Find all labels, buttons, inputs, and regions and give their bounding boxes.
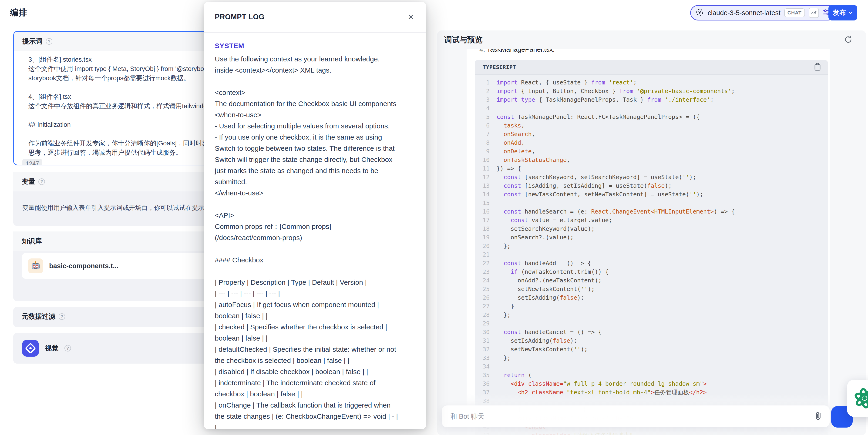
close-icon[interactable]: ✕ [408, 12, 414, 22]
modal-text-line: boolean | false | | [215, 310, 412, 321]
line-number: 36 [475, 379, 490, 388]
code-line: 31 setIsAdding(false); [475, 336, 828, 345]
code-line: 13 const [isAdding, setIsAdding] = useSt… [475, 181, 828, 190]
line-number: 28 [475, 311, 490, 319]
modal-text-line: Switch will trigger the state change dir… [215, 154, 412, 165]
line-number: 8 [475, 138, 490, 147]
modal-text-line: | onChange | The callback function that … [215, 400, 412, 411]
code-lines: 1import React, { useState } from 'react'… [475, 75, 828, 435]
modal-text-line: The documentation for the Checkbox basic… [215, 98, 412, 109]
variables-section-label: 变量 [22, 177, 35, 186]
metadata-section-label: 元数据过滤 [22, 312, 55, 321]
code-line: 24 onAdd?.(newTaskContent); [475, 276, 828, 285]
code-line: 18 setSearchKeyword(value); [475, 224, 828, 233]
chat-scroll-area[interactable]: 4. TaskManagePanel.tsx: TYPESCRIPT 1impo… [437, 49, 866, 435]
help-icon[interactable]: ? [59, 313, 65, 320]
modal-text-line: checkbox | boolean | false | | [215, 389, 412, 400]
code-line: 35 return ( [475, 371, 828, 379]
code-language-label: TYPESCRIPT [483, 64, 516, 70]
model-name: claude-3-5-sonnet-latest [708, 9, 780, 17]
line-number: 32 [475, 345, 490, 353]
header-divider [824, 8, 824, 18]
line-number: 6 [475, 121, 490, 130]
knowledge-item-name: basic-components.t... [49, 262, 119, 270]
code-line: 21 [475, 250, 828, 259]
modal-text-line: #### Checkbox [215, 254, 412, 266]
vision-icon [22, 340, 39, 356]
modal-body[interactable]: SYSTEM Use the following context as your… [204, 33, 426, 429]
modal-text-line: - If you use only one checkbox, it is th… [215, 132, 412, 143]
code-line: 36 <div className="w-full p-4 border rou… [475, 379, 828, 388]
assistant-logo-badge[interactable] [847, 380, 868, 417]
modal-text-line [215, 266, 412, 277]
token-count-badge: 1247 [22, 159, 42, 165]
publish-button[interactable]: 发布 [829, 5, 857, 21]
line-number: 22 [475, 259, 490, 268]
line-number: 16 [475, 207, 490, 216]
line-number: 4 [475, 104, 490, 113]
code-line: 30 const handleCancel = () => { [475, 328, 828, 336]
line-number: 17 [475, 216, 490, 224]
model-capability-icon[interactable] [809, 8, 819, 18]
help-icon[interactable]: ? [38, 179, 45, 185]
knowledge-section-label: 知识库 [22, 237, 42, 246]
code-line: 12 const [searchKeyword, setSearchKeywor… [475, 173, 828, 181]
modal-text-line: just marks the state as changed and this… [215, 165, 412, 176]
line-number: 18 [475, 224, 490, 233]
modal-text-line: submitted. [215, 176, 412, 187]
modal-title: PROMPT LOG [215, 13, 265, 21]
line-number: 1 [475, 78, 490, 87]
modal-text-line: Common props ref：[Common props] [215, 221, 412, 232]
prompt-section-label: 提示词 [22, 37, 42, 46]
line-number: 10 [475, 156, 490, 164]
modal-text-line [215, 243, 412, 254]
code-line: 33 }; [475, 353, 828, 362]
bot-message-text: 4. TaskManagePanel.tsx: [479, 49, 555, 53]
code-line: 15 [475, 199, 828, 207]
line-number: 15 [475, 199, 490, 207]
line-number: 12 [475, 173, 490, 181]
chevron-down-icon [848, 10, 853, 15]
code-line: 23 if (newTaskContent.trim()) { [475, 268, 828, 276]
page-title: 编排 [10, 7, 27, 19]
line-number: 34 [475, 362, 490, 371]
prompt-log-modal: PROMPT LOG ✕ SYSTEM Use the following co… [204, 2, 426, 429]
line-number: 23 [475, 268, 490, 276]
modal-text-line: - Used for selecting multiple values fro… [215, 121, 412, 132]
line-number: 7 [475, 130, 490, 138]
modal-text-line: | [215, 422, 412, 429]
reset-conversation-icon[interactable] [843, 35, 853, 45]
robot-icon [28, 258, 43, 273]
model-selector[interactable]: claude-3-5-sonnet-latest CHAT [690, 5, 836, 21]
code-line: 1import React, { useState } from 'react'… [475, 78, 828, 87]
modal-text-line: <API> [215, 210, 412, 221]
modal-text-line: Switch to toggle between two states. The… [215, 143, 412, 154]
system-role-label: SYSTEM [215, 42, 412, 50]
code-line: 32 setNewTaskContent(''); [475, 345, 828, 353]
modal-text-line: the state changes | (e: CheckboxChangeEv… [215, 411, 412, 422]
line-number: 33 [475, 353, 490, 362]
modal-text-line: | defaultChecked | Specifies the initial… [215, 344, 412, 355]
line-number: 24 [475, 276, 490, 285]
code-line: 8 onAdd, [475, 138, 828, 147]
chat-input[interactable] [450, 413, 814, 421]
line-number: 19 [475, 233, 490, 242]
line-number: 27 [475, 302, 490, 311]
vision-section-label: 视觉 [45, 344, 58, 353]
code-line: 4 [475, 104, 828, 113]
help-icon[interactable]: ? [64, 345, 71, 351]
line-number: 25 [475, 285, 490, 293]
copy-code-icon[interactable] [814, 63, 821, 72]
code-line: 11}) => { [475, 164, 828, 173]
code-line: 27 } [475, 302, 828, 311]
model-type-badge: CHAT [784, 8, 805, 17]
modal-text-line: | checked | Specifies whether the checkb… [215, 321, 412, 333]
attachment-icon[interactable] [814, 411, 823, 422]
code-line: 5const TaskManagePanel: React.FC<TaskMan… [475, 113, 828, 121]
line-number: 26 [475, 293, 490, 302]
line-number: 9 [475, 147, 490, 156]
chat-input-bar[interactable] [442, 405, 830, 427]
line-number: 2 [475, 87, 490, 95]
line-number: 3 [475, 95, 490, 104]
help-icon[interactable]: ? [46, 38, 52, 45]
